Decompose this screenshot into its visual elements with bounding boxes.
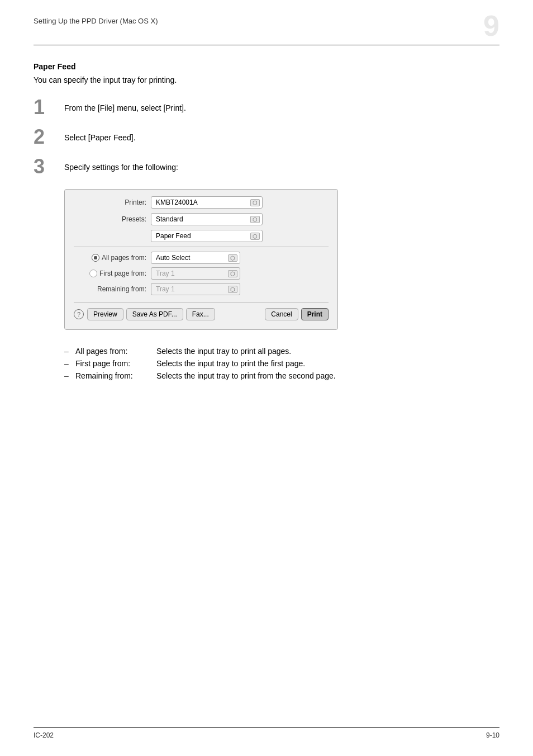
panel-stepper-icon: ⬡ <box>250 233 260 240</box>
desc-item-2: – Remaining from: Selects the input tray… <box>64 371 499 380</box>
presets-select[interactable]: Standard ⬡ <box>151 213 263 225</box>
preview-button[interactable]: Preview <box>87 308 123 320</box>
printer-label: Printer: <box>74 199 146 206</box>
step-3-text: Specify settings for the following: <box>64 159 178 172</box>
cancel-button[interactable]: Cancel <box>265 308 298 320</box>
steps-container: 1 From the [File] menu, select [Print]. … <box>34 100 499 177</box>
dialog-container: Printer: KMBT24001A ⬡ Presets: Standard … <box>64 189 499 330</box>
remaining-row: Remaining from: Tray 1 ⬡ <box>74 283 329 295</box>
header-title: Setting Up the PPD Driver (Mac OS X) <box>34 17 158 25</box>
all-pages-value: Auto Select <box>154 253 226 262</box>
desc-def-2: Selects the input tray to print from the… <box>156 371 499 380</box>
first-page-radio-label: First page from: <box>74 270 146 277</box>
first-page-stepper-icon: ⬡ <box>228 270 237 277</box>
presets-row: Presets: Standard ⬡ <box>74 213 329 225</box>
section-title: Paper Feed <box>34 62 499 71</box>
footer-right: 9-10 <box>486 731 499 739</box>
all-pages-stepper-icon: ⬡ <box>228 254 237 262</box>
remaining-stepper-icon: ⬡ <box>228 286 237 293</box>
desc-def-0: Selects the input tray to print all page… <box>156 347 499 356</box>
section-intro: You can specify the input tray for print… <box>34 75 499 84</box>
printer-value: KMBT24001A <box>154 198 248 207</box>
first-page-select[interactable]: Tray 1 ⬡ <box>151 267 240 280</box>
save-as-pdf-button[interactable]: Save As PDF... <box>126 308 183 320</box>
chapter-number: 9 <box>483 11 499 40</box>
page-footer: IC-202 9-10 <box>34 727 499 739</box>
all-pages-select[interactable]: Auto Select ⬡ <box>151 252 240 264</box>
desc-bullet-2: – <box>64 371 75 380</box>
first-page-row: First page from: Tray 1 ⬡ <box>74 267 329 280</box>
printer-stepper-icon: ⬡ <box>250 199 260 206</box>
all-pages-radio-label: All pages from: <box>74 254 146 262</box>
first-page-value: Tray 1 <box>154 269 226 278</box>
fax-button[interactable]: Fax... <box>186 308 215 320</box>
remaining-radio-label: Remaining from: <box>74 285 146 293</box>
panel-row: Paper Feed ⬡ <box>74 230 329 242</box>
step-3-number: 3 <box>34 157 64 177</box>
presets-value: Standard <box>154 215 248 224</box>
page-header: Setting Up the PPD Driver (Mac OS X) 9 <box>34 17 499 45</box>
first-page-label: First page from: <box>99 270 146 277</box>
desc-item-0: – All pages from: Selects the input tray… <box>64 347 499 356</box>
divider-top <box>74 247 329 247</box>
desc-def-1: Selects the input tray to print the firs… <box>156 359 499 368</box>
presets-label: Presets: <box>74 215 146 223</box>
step-1-text: From the [File] menu, select [Print]. <box>64 100 186 112</box>
presets-stepper-icon: ⬡ <box>250 216 260 223</box>
panel-value: Paper Feed <box>154 231 248 240</box>
desc-bullet-0: – <box>64 347 75 356</box>
printer-row: Printer: KMBT24001A ⬡ <box>74 196 329 209</box>
desc-item-1: – First page from: Selects the input tra… <box>64 359 499 368</box>
desc-term-2: Remaining from: <box>75 371 156 380</box>
remaining-label: Remaining from: <box>97 285 146 293</box>
desc-bullet-1: – <box>64 359 75 368</box>
desc-term-1: First page from: <box>75 359 156 368</box>
panel-select[interactable]: Paper Feed ⬡ <box>151 230 263 242</box>
all-pages-radio[interactable] <box>92 254 99 262</box>
all-pages-row: All pages from: Auto Select ⬡ <box>74 252 329 264</box>
dialog-box: Printer: KMBT24001A ⬡ Presets: Standard … <box>64 189 338 330</box>
remaining-select[interactable]: Tray 1 ⬡ <box>151 283 240 295</box>
step-1-number: 1 <box>34 97 64 117</box>
dialog-footer: ? Preview Save As PDF... Fax... Cancel P… <box>74 302 329 320</box>
step-2-number: 2 <box>34 127 64 147</box>
page-container: Setting Up the PPD Driver (Mac OS X) 9 P… <box>0 0 533 756</box>
desc-term-0: All pages from: <box>75 347 156 356</box>
step-3: 3 Specify settings for the following: <box>34 159 499 177</box>
remaining-value: Tray 1 <box>154 285 226 294</box>
help-button[interactable]: ? <box>74 309 84 319</box>
printer-select[interactable]: KMBT24001A ⬡ <box>151 196 263 209</box>
all-pages-label: All pages from: <box>102 254 146 262</box>
print-button[interactable]: Print <box>301 308 329 320</box>
footer-left: IC-202 <box>34 731 54 739</box>
first-page-radio[interactable] <box>89 270 97 277</box>
step-1: 1 From the [File] menu, select [Print]. <box>34 100 499 117</box>
description-list: – All pages from: Selects the input tray… <box>64 347 499 380</box>
step-2-text: Select [Paper Feed]. <box>64 130 136 142</box>
step-2: 2 Select [Paper Feed]. <box>34 130 499 147</box>
